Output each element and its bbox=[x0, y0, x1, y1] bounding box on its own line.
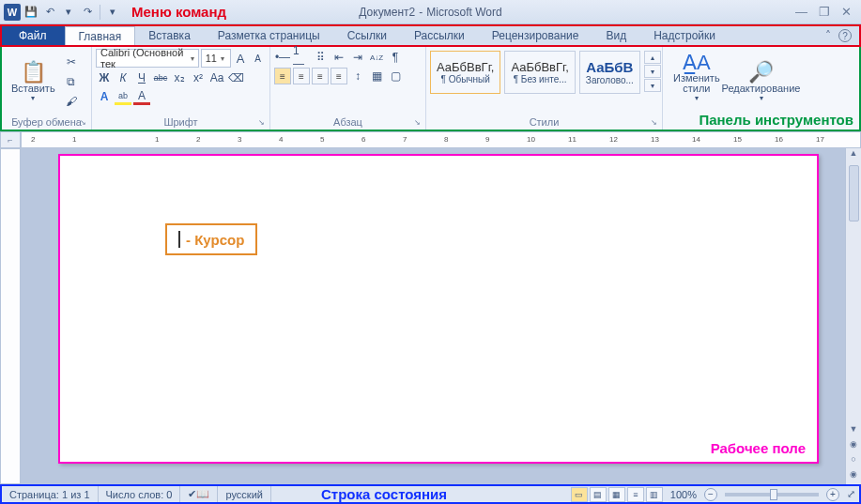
sort-icon[interactable]: A↓Z bbox=[368, 49, 385, 66]
cut-icon[interactable]: ✂ bbox=[63, 53, 80, 70]
show-marks-icon[interactable]: ¶ bbox=[387, 49, 404, 66]
undo-icon[interactable]: ↶ bbox=[41, 4, 58, 21]
justify-icon[interactable]: ≡ bbox=[331, 68, 347, 84]
tab-review[interactable]: Рецензирование bbox=[479, 26, 593, 45]
bullets-icon[interactable]: •— bbox=[274, 49, 291, 66]
paste-button[interactable]: 📋 Вставить ▾ bbox=[6, 60, 61, 104]
bold-button[interactable]: Ж bbox=[96, 69, 113, 86]
prev-page-icon[interactable]: ◉ bbox=[850, 439, 857, 454]
tab-file[interactable]: Файл bbox=[2, 26, 65, 45]
underline-button[interactable]: Ч bbox=[133, 69, 150, 86]
view-outline-icon[interactable]: ≡ bbox=[627, 487, 644, 502]
word-app-icon[interactable]: W bbox=[4, 4, 21, 21]
close-button[interactable]: ✕ bbox=[841, 5, 852, 19]
numbering-icon[interactable]: 1— bbox=[293, 49, 310, 66]
strike-button[interactable]: abc bbox=[152, 69, 169, 86]
document-scroll-pane[interactable]: - Курсор Рабочее поле bbox=[21, 148, 845, 484]
view-web-icon[interactable]: ▦ bbox=[608, 487, 625, 502]
status-language[interactable]: русский bbox=[218, 486, 270, 502]
styles-launcher-icon[interactable]: ↘ bbox=[649, 118, 658, 128]
group-paragraph: •— 1— ⠿ ⇤ ⇥ A↓Z ¶ ≡ ≡ ≡ ≡ ↕ ▦ ▢ Абзац↘ bbox=[270, 47, 426, 130]
next-page-icon[interactable]: ◉ bbox=[850, 469, 857, 484]
vertical-scrollbar[interactable]: ▲ ▼ ◉ ○ ◉ bbox=[845, 148, 861, 484]
undo-dropdown-icon[interactable]: ▾ bbox=[60, 4, 77, 21]
help-icon[interactable]: ? bbox=[838, 29, 852, 42]
format-painter-icon[interactable]: 🖌 bbox=[63, 93, 80, 110]
zoom-percent[interactable]: 100% bbox=[670, 489, 697, 500]
status-proofing[interactable]: ✔📖 bbox=[180, 486, 218, 502]
multilevel-icon[interactable]: ⠿ bbox=[312, 49, 329, 66]
app-name: Microsoft Word bbox=[426, 6, 501, 19]
style-heading1[interactable]: АаБбВ Заголово... bbox=[579, 51, 640, 94]
clipboard-launcher-icon[interactable]: ↘ bbox=[78, 118, 87, 128]
tab-home[interactable]: Главная bbox=[65, 26, 136, 45]
vertical-ruler[interactable] bbox=[0, 148, 21, 484]
text-cursor-icon bbox=[178, 231, 180, 248]
decrease-indent-icon[interactable]: ⇤ bbox=[331, 49, 347, 66]
tab-page-layout[interactable]: Разметка страницы bbox=[205, 26, 334, 45]
qat-customize-icon[interactable]: ▾ bbox=[104, 4, 121, 21]
change-case-button[interactable]: Aa bbox=[208, 69, 225, 86]
style-normal[interactable]: АаБбВвГг, ¶ Обычный bbox=[430, 51, 500, 94]
group-clipboard-label: Буфер обмена↘ bbox=[6, 115, 87, 130]
zoom-fit-icon[interactable]: ⤢ bbox=[847, 488, 855, 500]
annotation-tools-label: Панель инструментов bbox=[699, 112, 853, 128]
styles-down-icon[interactable]: ▾ bbox=[644, 65, 661, 78]
superscript-button[interactable]: x² bbox=[190, 69, 207, 86]
tab-references[interactable]: Ссылки bbox=[334, 26, 401, 45]
subscript-button[interactable]: x₂ bbox=[171, 69, 188, 86]
grow-font-icon[interactable]: A bbox=[233, 50, 249, 67]
scroll-up-icon[interactable]: ▲ bbox=[850, 148, 858, 163]
view-draft-icon[interactable]: ▥ bbox=[646, 487, 663, 502]
ribbon-collapse-icon[interactable]: ˄ bbox=[825, 29, 831, 42]
align-right-icon[interactable]: ≡ bbox=[312, 68, 329, 84]
tab-selector[interactable]: ⌐ bbox=[0, 131, 21, 148]
redo-icon[interactable]: ↷ bbox=[79, 4, 96, 21]
clear-format-icon[interactable]: ⌫ bbox=[227, 69, 244, 86]
view-buttons: ▭ ▤ ▦ ≡ ▥ 100% − + ⤢ bbox=[571, 487, 859, 502]
view-print-layout-icon[interactable]: ▭ bbox=[571, 487, 588, 502]
increase-indent-icon[interactable]: ⇥ bbox=[349, 49, 366, 66]
tab-insert[interactable]: Вставка bbox=[135, 26, 205, 45]
font-size-combo[interactable]: 11▾ bbox=[201, 49, 231, 68]
scroll-thumb[interactable] bbox=[849, 165, 859, 221]
style-no-spacing[interactable]: АаБбВвГг, ¶ Без инте... bbox=[504, 51, 575, 94]
zoom-out-button[interactable]: − bbox=[704, 488, 717, 501]
line-spacing-icon[interactable]: ↕ bbox=[349, 68, 366, 84]
annotation-status-label: Строка состояния bbox=[321, 486, 447, 502]
horizontal-ruler[interactable]: 211234567891011121314151617 bbox=[21, 131, 861, 148]
italic-button[interactable]: К bbox=[115, 69, 131, 86]
find-button[interactable]: 🔎 Редактирование ▾ bbox=[667, 49, 855, 115]
styles-gallery-scroll[interactable]: ▴ ▾ ▾ bbox=[644, 51, 661, 92]
minimize-button[interactable]: — bbox=[795, 5, 807, 19]
align-left-icon[interactable]: ≡ bbox=[274, 68, 291, 84]
align-center-icon[interactable]: ≡ bbox=[293, 68, 310, 84]
text-effects-icon[interactable]: A bbox=[96, 88, 113, 105]
annotation-menu-label: Меню команд bbox=[131, 4, 226, 20]
view-fullscreen-icon[interactable]: ▤ bbox=[590, 487, 607, 502]
font-launcher-icon[interactable]: ↘ bbox=[256, 118, 266, 128]
borders-icon[interactable]: ▢ bbox=[387, 68, 404, 84]
zoom-slider[interactable] bbox=[725, 493, 819, 496]
maximize-button[interactable]: ❐ bbox=[819, 5, 830, 19]
font-name-combo[interactable]: Calibri (Основной тек▾ bbox=[96, 49, 199, 68]
save-icon[interactable]: 💾 bbox=[23, 4, 39, 21]
styles-more-icon[interactable]: ▾ bbox=[644, 79, 661, 92]
zoom-slider-knob[interactable] bbox=[770, 489, 777, 500]
browse-object-icon[interactable]: ○ bbox=[851, 454, 855, 469]
shading-icon[interactable]: ▦ bbox=[368, 68, 385, 84]
zoom-in-button[interactable]: + bbox=[826, 488, 839, 501]
status-word-count[interactable]: Число слов: 0 bbox=[99, 486, 181, 502]
scroll-down-icon[interactable]: ▼ bbox=[850, 424, 858, 439]
document-page[interactable]: - Курсор Рабочее поле bbox=[58, 154, 819, 464]
tab-view[interactable]: Вид bbox=[592, 26, 640, 45]
highlight-color-icon[interactable]: ab bbox=[115, 88, 131, 105]
tab-mailings[interactable]: Рассылки bbox=[401, 26, 479, 45]
tab-addins[interactable]: Надстройки bbox=[640, 26, 730, 45]
shrink-font-icon[interactable]: A bbox=[250, 50, 266, 67]
copy-icon[interactable]: ⧉ bbox=[63, 73, 80, 90]
font-color-icon[interactable]: A bbox=[133, 88, 150, 105]
status-page[interactable]: Страница: 1 из 1 bbox=[2, 486, 99, 502]
styles-up-icon[interactable]: ▴ bbox=[644, 51, 661, 64]
paragraph-launcher-icon[interactable]: ↘ bbox=[412, 118, 422, 128]
